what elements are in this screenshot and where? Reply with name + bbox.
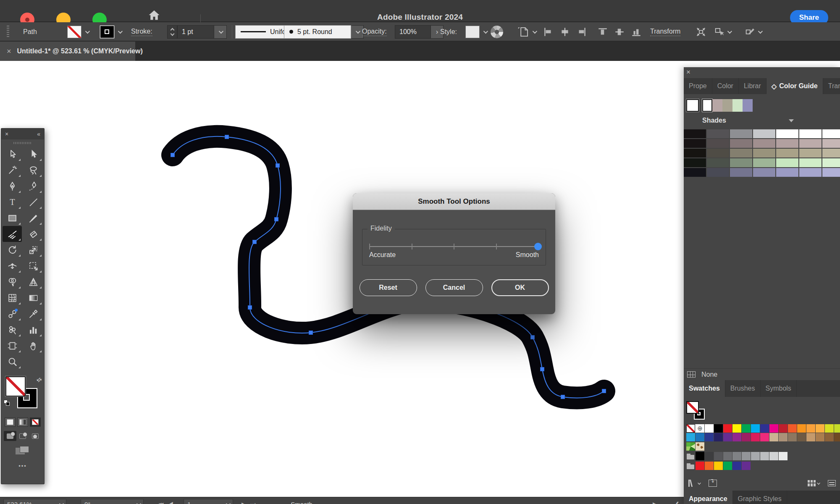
dialog-title[interactable]: Smooth Tool Options: [353, 193, 555, 210]
stroke-label[interactable]: Stroke:: [131, 28, 152, 36]
color-swatch[interactable]: [714, 452, 723, 460]
shrink-bounds-icon[interactable]: [695, 26, 707, 38]
shape-builder-tool[interactable]: [3, 274, 22, 290]
edit-toolbar-icon[interactable]: •••: [1, 463, 44, 469]
tab-brushes[interactable]: Brushes: [725, 380, 761, 397]
shade-swatch[interactable]: [753, 149, 775, 158]
harmony-color[interactable]: [722, 99, 732, 112]
shade-swatch[interactable]: [753, 158, 775, 167]
color-swatch[interactable]: [705, 452, 714, 460]
fidelity-slider[interactable]: [369, 242, 538, 251]
shade-swatch[interactable]: [776, 168, 798, 177]
color-swatch[interactable]: [779, 433, 788, 441]
swatch-group-folder-icon[interactable]: [686, 452, 695, 460]
anchor-point[interactable]: [276, 164, 280, 168]
color-swatch[interactable]: [714, 462, 723, 470]
registration-swatch[interactable]: ⊕: [696, 424, 704, 433]
type-tool[interactable]: T: [3, 194, 22, 210]
pattern-brown-swatch[interactable]: [696, 442, 704, 451]
anchor-point[interactable]: [225, 135, 229, 139]
width-tool[interactable]: [3, 258, 22, 274]
color-swatch[interactable]: [686, 433, 695, 441]
color-swatch[interactable]: [816, 433, 824, 441]
tools-close-icon[interactable]: ×: [5, 131, 8, 137]
rectangle-tool[interactable]: [3, 210, 22, 226]
color-swatch[interactable]: [714, 424, 723, 433]
tab-trans[interactable]: Trans: [823, 78, 840, 94]
color-swatch[interactable]: [797, 424, 806, 433]
anchor-point[interactable]: [253, 240, 257, 244]
artboard-prev-icons[interactable]: ⏮ ◀: [159, 501, 175, 504]
shade-swatch[interactable]: [707, 168, 729, 177]
shade-swatch[interactable]: [776, 139, 798, 148]
color-swatch[interactable]: [705, 433, 714, 441]
tab-symbols[interactable]: Symbols: [761, 380, 797, 397]
zoom-level-dropdown[interactable]: 523.61%: [3, 499, 66, 504]
shade-swatch[interactable]: [822, 158, 840, 167]
style-chevron-icon[interactable]: [480, 26, 491, 38]
color-swatch[interactable]: [714, 433, 723, 441]
shade-swatch[interactable]: [684, 139, 706, 148]
color-swatch[interactable]: [705, 462, 714, 470]
anchor-point[interactable]: [541, 368, 544, 371]
anchor-point[interactable]: [561, 395, 565, 399]
shade-swatch[interactable]: [707, 129, 729, 138]
color-swatch[interactable]: [779, 452, 788, 460]
color-swatch[interactable]: [723, 462, 732, 470]
rotation-dropdown[interactable]: 0°: [81, 499, 144, 504]
shade-swatch[interactable]: [684, 158, 706, 167]
align-hcenter-icon[interactable]: [559, 26, 570, 37]
align-left-icon[interactable]: [543, 26, 554, 37]
color-swatch[interactable]: [760, 452, 769, 460]
rotate-tool[interactable]: [3, 242, 22, 258]
color-swatch[interactable]: [797, 433, 806, 441]
shade-swatch[interactable]: [822, 149, 840, 158]
tab-graphic-styles[interactable]: Graphic Styles: [733, 491, 787, 504]
shade-swatch[interactable]: [822, 139, 840, 148]
harmony-color[interactable]: [712, 99, 722, 112]
color-swatch[interactable]: [742, 424, 751, 433]
shade-swatch[interactable]: [753, 168, 775, 177]
none-swatch[interactable]: [686, 424, 695, 433]
shade-swatch[interactable]: [776, 158, 798, 167]
magic-wand-tool[interactable]: [3, 162, 22, 178]
zoom-tool[interactable]: [3, 354, 22, 370]
ok-button[interactable]: OK: [491, 279, 549, 296]
tools-grip[interactable]: [1, 139, 44, 146]
harmony-color[interactable]: [743, 99, 753, 112]
color-swatch[interactable]: [769, 433, 778, 441]
color-button[interactable]: [5, 417, 16, 427]
limit-swatch-group-icon[interactable]: [687, 371, 696, 378]
shade-swatch[interactable]: [799, 149, 822, 158]
shade-swatch[interactable]: [799, 168, 822, 177]
tab-swatches[interactable]: Swatches: [684, 380, 725, 397]
select-similar-icon[interactable]: [714, 26, 731, 38]
swatch-list-icon[interactable]: [828, 480, 836, 486]
shade-swatch[interactable]: [707, 139, 729, 148]
color-swatch[interactable]: [742, 452, 751, 460]
draw-behind-button[interactable]: [16, 431, 29, 441]
artboard-next-icons[interactable]: ▶ ⏭: [242, 501, 257, 504]
color-swatch[interactable]: [769, 452, 778, 460]
anchor-point[interactable]: [275, 218, 278, 221]
fill-color-swatch[interactable]: [67, 26, 81, 38]
color-swatch[interactable]: [779, 424, 788, 433]
tab-librar[interactable]: Librar: [739, 78, 766, 94]
color-swatch[interactable]: [705, 424, 714, 433]
eraser-tool[interactable]: [24, 226, 43, 242]
swatch-view-icon[interactable]: [808, 480, 820, 486]
color-swatch[interactable]: [723, 452, 732, 460]
tools-collapse-icon[interactable]: «: [37, 131, 40, 137]
color-swatch[interactable]: [834, 424, 840, 433]
mesh-tool[interactable]: [3, 290, 22, 306]
reset-button[interactable]: Reset: [360, 279, 417, 296]
paintbrush-tool[interactable]: [24, 210, 43, 226]
swatches-fill-stroke-proxy[interactable]: [686, 401, 706, 420]
color-swatch[interactable]: [806, 433, 815, 441]
color-swatch[interactable]: [696, 452, 704, 460]
line-segment-tool[interactable]: [24, 194, 43, 210]
anchor-point[interactable]: [531, 336, 535, 339]
color-swatch[interactable]: [696, 433, 704, 441]
shade-swatch[interactable]: [730, 149, 752, 158]
anchor-point[interactable]: [171, 153, 175, 157]
